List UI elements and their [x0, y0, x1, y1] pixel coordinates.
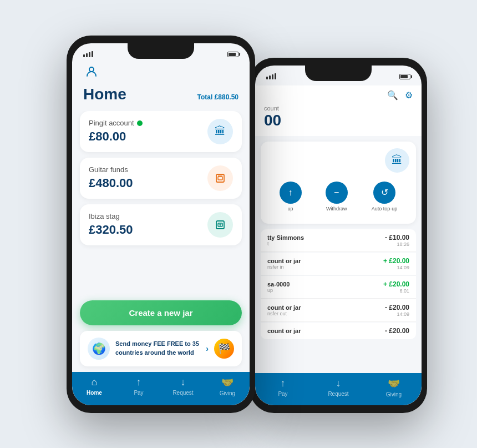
request-icon-back: ↓	[336, 377, 341, 389]
tx-amount-2: + £20.00	[383, 257, 409, 265]
total-label: Total £880.50	[197, 93, 238, 101]
tx-right-2: + £20.00 14:09	[383, 257, 409, 270]
tx-right-3: + £20.00 6:01	[383, 280, 409, 294]
pingit-amount: £80.00	[89, 129, 143, 144]
ibiza-icon	[207, 212, 233, 238]
transaction-item[interactable]: tty Simmons t - £10.00 18:26	[261, 229, 416, 252]
svg-point-0	[89, 67, 94, 72]
nav-item-request[interactable]: ↓ Request	[161, 376, 205, 396]
back-content: 🔍 ⚙ count 00 🏛 ↑ up	[255, 66, 422, 405]
create-jar-button[interactable]: Create a new jar	[80, 300, 242, 325]
transaction-item[interactable]: count or jar - £20.00	[261, 323, 416, 339]
tx-sub-4: nsfer out	[267, 311, 301, 316]
back-account-icon-row: 🏛	[267, 148, 409, 173]
tx-amount-1: - £10.00	[385, 234, 409, 241]
back-header-icons: 🔍 ⚙	[264, 90, 413, 100]
nav-item-pay[interactable]: ↑ Pay	[116, 376, 161, 396]
tx-name-4: count or jar	[267, 304, 301, 311]
guitar-account-card[interactable]: Guitar funds £480.00	[80, 158, 242, 199]
guitar-card-name: Guitar funds	[89, 165, 133, 174]
withdraw-btn[interactable]: −	[326, 182, 348, 204]
pay-nav-label: Pay	[134, 390, 143, 396]
front-notch	[128, 43, 194, 59]
back-account-card: 🏛 ↑ up − Withdraw ↺ Auto top	[261, 142, 416, 224]
topup-label: up	[288, 206, 293, 212]
tx-right-5: - £20.00	[385, 327, 409, 335]
transaction-item[interactable]: sa-0000 up + £20.00 6:01	[261, 276, 416, 299]
transaction-item[interactable]: count or jar nsfer out - £20.00 14:09	[261, 299, 416, 322]
giving-icon: 🤝	[221, 376, 234, 389]
phone-back: 🔍 ⚙ count 00 🏛 ↑ up	[250, 58, 427, 413]
tx-name-2: count or jar	[267, 258, 301, 264]
giving-nav-label: Giving	[220, 390, 235, 396]
scroll-area: Pingit account £80.00 🏛 Guitar funds £48…	[72, 111, 250, 295]
verified-dot	[137, 120, 143, 126]
tx-amount-4: - £20.00	[385, 304, 409, 311]
back-screen: 🔍 ⚙ count 00 🏛 ↑ up	[255, 66, 422, 405]
svg-rect-1	[216, 174, 224, 182]
home-nav-label: Home	[87, 390, 102, 396]
ibiza-card-left: Ibiza stag £320.50	[89, 212, 133, 237]
transaction-item[interactable]: count or jar nsfer in + £20.00 14:09	[261, 253, 416, 275]
nav-item-giving-back[interactable]: 🤝 Giving	[366, 377, 422, 397]
tx-right-4: - £20.00 14:09	[385, 304, 409, 317]
phone-front: 📶 Home Tot	[67, 36, 255, 413]
nav-item-request-back[interactable]: ↓ Request	[311, 377, 366, 397]
front-screen: 📶 Home Tot	[72, 43, 250, 405]
search-icon[interactable]: 🔍	[387, 90, 398, 100]
tx-name-1: tty Simmons	[267, 234, 304, 241]
svg-rect-2	[218, 177, 222, 180]
promo-arrow-icon: ›	[206, 344, 209, 353]
front-battery	[227, 52, 238, 57]
back-battery	[399, 74, 410, 79]
back-actions: ↑ up − Withdraw ↺ Auto top-up	[267, 178, 409, 217]
user-icon[interactable]	[83, 63, 100, 80]
tx-left-2: count or jar nsfer in	[267, 258, 301, 270]
back-action-autotopup[interactable]: ↺ Auto top-up	[372, 182, 398, 212]
guitar-card-left: Guitar funds £480.00	[89, 165, 133, 190]
front-signal	[83, 51, 93, 57]
promo-flag-icon: 🏁	[214, 339, 234, 359]
autotopup-label: Auto top-up	[372, 206, 398, 212]
topup-btn[interactable]: ↑	[280, 182, 302, 204]
ibiza-account-card[interactable]: Ibiza stag £320.50	[80, 204, 242, 245]
tx-left-3: sa-0000 up	[267, 281, 290, 293]
request-label-back: Request	[328, 391, 348, 397]
settings-icon[interactable]: ⚙	[405, 90, 413, 100]
back-header: 🔍 ⚙ count 00	[255, 85, 422, 136]
promo-text: Send money FEE FREE to 35 countries arou…	[115, 340, 200, 357]
tx-time-3: 6:01	[383, 288, 409, 294]
back-amount: 00	[264, 112, 413, 129]
tx-time-1: 18:26	[385, 241, 409, 247]
ibiza-card-name: Ibiza stag	[89, 212, 133, 220]
autotopup-btn[interactable]: ↺	[373, 182, 395, 204]
tx-amount-3: + £20.00	[383, 280, 409, 288]
giving-label-back: Giving	[386, 391, 402, 397]
front-content: 📶 Home Tot	[72, 43, 250, 405]
nav-item-giving[interactable]: 🤝 Giving	[205, 376, 250, 396]
pay-icon: ↑	[136, 376, 141, 388]
nav-item-pay-back[interactable]: ↑ Pay	[255, 377, 311, 397]
guitar-amount: £480.00	[89, 176, 133, 190]
nav-item-home[interactable]: ⌂ Home	[72, 376, 116, 396]
tx-sub-2: nsfer in	[267, 264, 301, 270]
tx-sub-3: up	[267, 288, 290, 293]
request-nav-label: Request	[172, 390, 193, 396]
promo-banner[interactable]: 🌍 Send money FEE FREE to 35 countries ar…	[80, 331, 242, 366]
guitar-icon	[207, 165, 233, 191]
pingit-card-name: Pingit account	[89, 119, 143, 127]
pay-icon-back: ↑	[281, 377, 286, 389]
transaction-list: tty Simmons t - £10.00 18:26 count or ja…	[255, 229, 422, 373]
scene: 🔍 ⚙ count 00 🏛 ↑ up	[50, 24, 427, 424]
request-icon: ↓	[181, 376, 186, 388]
pay-label-back: Pay	[278, 391, 287, 397]
tx-amount-5: - £20.00	[385, 327, 409, 335]
pingit-account-card[interactable]: Pingit account £80.00 🏛	[80, 111, 242, 152]
back-bank-icon: 🏛	[385, 148, 409, 173]
back-action-withdraw[interactable]: − Withdraw	[326, 182, 348, 212]
tx-right-1: - £10.00 18:26	[385, 234, 409, 247]
title-row: Home Total £880.50	[72, 85, 250, 111]
back-action-topup[interactable]: ↑ up	[280, 182, 302, 212]
back-signal	[266, 73, 276, 79]
bottom-nav: ⌂ Home ↑ Pay ↓ Request 🤝 Giving	[72, 372, 250, 405]
